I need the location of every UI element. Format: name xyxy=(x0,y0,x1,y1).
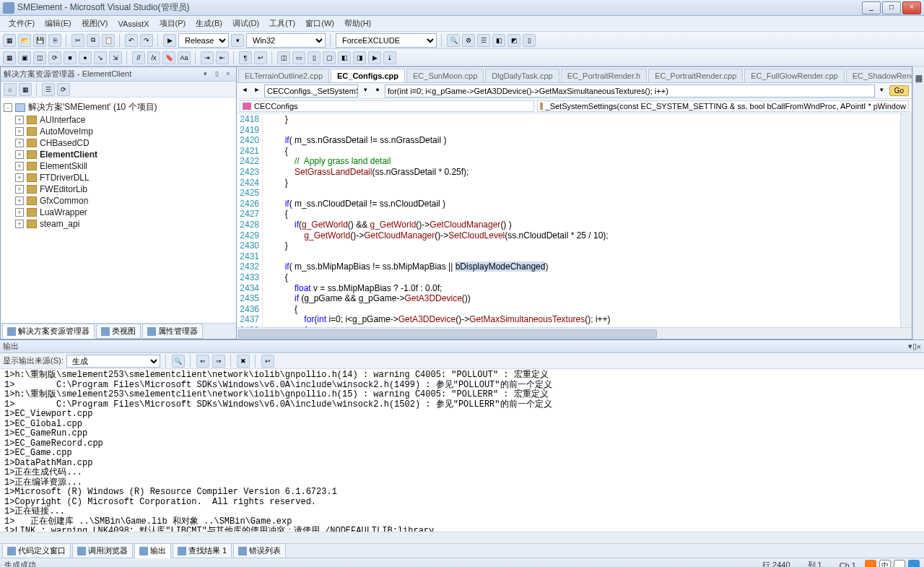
output-source-combo[interactable]: 生成 xyxy=(66,355,160,368)
project-elementskill[interactable]: +ElementSkill xyxy=(2,160,235,172)
vertical-scrollbar[interactable] xyxy=(900,113,912,327)
refresh-tree-icon[interactable]: ⟳ xyxy=(57,83,70,96)
window-split-icon[interactable]: ◫ xyxy=(277,51,290,64)
bottom-tab-3[interactable]: 查找结果 1 xyxy=(173,543,232,558)
refresh-icon[interactable]: ⟳ xyxy=(48,51,61,64)
prev-message-icon[interactable]: ⇐ xyxy=(196,355,209,368)
properties-icon[interactable]: ☰ xyxy=(477,34,490,47)
next-message-icon[interactable]: ⇒ xyxy=(212,355,225,368)
stop-icon[interactable]: ■ xyxy=(64,51,77,64)
scope-function-combo[interactable]: CECConfigs._SetSystemS xyxy=(264,85,358,98)
open-icon[interactable]: 📂 xyxy=(18,34,31,47)
ime-lang-icon[interactable]: 中 xyxy=(879,560,891,568)
footer-tab-1[interactable]: 类视图 xyxy=(96,324,141,339)
close-output-icon[interactable]: × xyxy=(917,342,921,351)
paste-icon[interactable]: 📋 xyxy=(102,34,115,47)
menu-工具[interactable]: 工具(T) xyxy=(265,17,300,30)
file-tab-ec_sunmoon-cpp[interactable]: EC_SunMoon.cpp xyxy=(406,69,484,82)
solution-tree[interactable]: -解决方案'SMElement' (10 个项目)+AUInterface+Au… xyxy=(1,98,236,323)
horizontal-scrollbar[interactable] xyxy=(237,327,912,339)
output-hscroll[interactable] xyxy=(0,532,924,543)
footer-tab-0[interactable]: 解决方案资源管理器 xyxy=(2,324,95,339)
current-line-combo[interactable]: for(int i=0; i<g_pGame->GetA3DDevice()->… xyxy=(385,85,875,98)
menu-调试[interactable]: 调试(D) xyxy=(228,17,263,30)
wordwrap-icon[interactable]: ↩ xyxy=(254,51,267,64)
expand-icon[interactable]: + xyxy=(15,208,24,217)
properties-icon[interactable]: ☰ xyxy=(42,83,55,96)
minimize-button[interactable]: _ xyxy=(862,1,881,14)
misc-icon[interactable]: ▯ xyxy=(523,34,536,47)
save-all-icon[interactable]: ⎘ xyxy=(48,34,61,47)
expand-icon[interactable]: + xyxy=(15,116,24,124)
project-gfxcommon[interactable]: +GfxCommon xyxy=(2,195,235,207)
expand-icon[interactable]: + xyxy=(15,139,24,147)
menu-视图[interactable]: 视图(V) xyxy=(77,17,113,30)
project-auinterface[interactable]: +AUInterface xyxy=(2,114,235,126)
bottom-tab-1[interactable]: 调用浏览器 xyxy=(72,543,133,558)
outdent-icon[interactable]: ⇤ xyxy=(216,51,229,64)
object-browser-icon[interactable]: ◩ xyxy=(507,34,520,47)
bottom-tab-4[interactable]: 错误列表 xyxy=(233,543,286,558)
redo-icon[interactable]: ↷ xyxy=(140,34,153,47)
expand-icon[interactable]: + xyxy=(15,162,24,170)
pin-icon[interactable]: ▯ xyxy=(212,69,222,79)
toggle-wrap-icon[interactable]: ↩ xyxy=(261,355,274,368)
ime-sogou-icon[interactable] xyxy=(865,560,876,568)
nav-member-icon[interactable]: ● xyxy=(372,86,383,96)
expand-icon[interactable]: + xyxy=(15,150,24,159)
code-editor[interactable]: 2418 2419 2420 2421 2422 2423 2424 2425 … xyxy=(237,113,912,327)
expand-icon[interactable]: + xyxy=(15,127,24,136)
window6-icon[interactable]: ◨ xyxy=(353,51,366,64)
toolbox-icon[interactable]: ⚙ xyxy=(462,34,475,47)
ime-mic-icon[interactable] xyxy=(908,560,920,568)
menu-项目[interactable]: 项目(P) xyxy=(155,17,191,30)
nav-fwd-icon[interactable]: ► xyxy=(252,86,262,96)
dropdown-icon[interactable]: ▾ xyxy=(200,69,210,79)
show-all-files-icon[interactable]: ▦ xyxy=(19,83,32,96)
code-body[interactable]: } if( m_ss.nGrassDetail != ss.nGrassDeta… xyxy=(263,113,900,327)
expand-icon[interactable]: + xyxy=(15,173,24,182)
menu-vassistx[interactable]: VAssistX xyxy=(113,18,153,30)
indent-icon[interactable]: ⇥ xyxy=(201,51,214,64)
close-button[interactable]: × xyxy=(902,1,921,14)
breakpoint-icon[interactable]: ● xyxy=(79,51,92,64)
comment-icon[interactable]: // xyxy=(132,51,145,64)
collapse-icon[interactable]: - xyxy=(4,103,12,112)
solution-root-label[interactable]: 解决方案'SMElement' (10 个项目) xyxy=(28,101,157,113)
force-combo[interactable]: ForceEXCLUDE xyxy=(336,33,437,48)
window3-icon[interactable]: ▯ xyxy=(308,51,321,64)
menu-窗口[interactable]: 窗口(W) xyxy=(301,17,339,30)
maximize-button[interactable]: □ xyxy=(882,1,901,14)
show-all-icon[interactable]: ◫ xyxy=(33,51,46,64)
project-chbasedcd[interactable]: +CHBasedCD xyxy=(2,137,235,149)
member-list-icon[interactable]: Aa xyxy=(178,51,191,64)
expand-icon[interactable]: + xyxy=(15,196,24,205)
class-scope-combo[interactable]: CECConfigs xyxy=(240,100,534,112)
nav-dropdown2-icon[interactable]: ▾ xyxy=(877,86,887,96)
go-button[interactable]: Go xyxy=(889,85,909,96)
project-fweditorlib[interactable]: +FWEditorLib xyxy=(2,183,235,195)
project-ftdriverdll[interactable]: +FTDriverDLL xyxy=(2,172,235,183)
step-icon[interactable]: ↘ xyxy=(94,51,107,64)
bottom-tab-0[interactable]: 代码定义窗口 xyxy=(2,543,71,558)
footer-tab-2[interactable]: 属性管理器 xyxy=(142,324,203,339)
expand-icon[interactable]: + xyxy=(15,185,24,194)
file-tab-ec_fullglowrender-cpp[interactable]: EC_FullGlowRender.cpp xyxy=(744,69,844,82)
new-project-icon[interactable]: ▦ xyxy=(3,34,16,47)
window7-icon[interactable]: ▶ xyxy=(368,51,381,64)
window8-icon[interactable]: ⤓ xyxy=(383,51,396,64)
clear-output-icon[interactable]: ✖ xyxy=(237,355,250,368)
file-tab-dlgdailytask-cpp[interactable]: DlgDailyTask.cpp xyxy=(485,69,559,82)
output-header[interactable]: 输出 ▾ ▯ × xyxy=(0,340,924,353)
start-debug-icon[interactable]: ▶ xyxy=(163,34,176,47)
project-automoveimp[interactable]: +AutoMoveImp xyxy=(2,126,235,137)
menu-生成[interactable]: 生成(B) xyxy=(191,17,227,30)
undo-icon[interactable]: ↶ xyxy=(125,34,138,47)
menu-文件[interactable]: 文件(F) xyxy=(4,17,39,30)
nav-back-icon[interactable]: ◄ xyxy=(240,86,250,96)
menu-帮助[interactable]: 帮助(H) xyxy=(340,17,375,30)
find-message-icon[interactable]: 🔍 xyxy=(172,355,185,368)
project-elementclient[interactable]: +ElementClient xyxy=(2,149,235,160)
toggle-ws-icon[interactable]: ¶ xyxy=(239,51,252,64)
close-panel-icon[interactable]: × xyxy=(223,69,233,79)
